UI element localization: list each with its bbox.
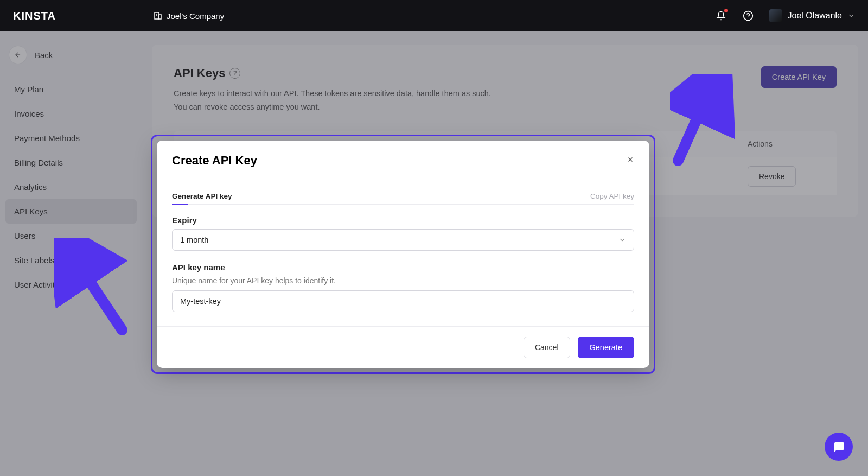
step-progress-track [172, 204, 634, 205]
modal-close-button[interactable] [627, 156, 634, 166]
help-button[interactable] [742, 10, 754, 22]
notifications-button[interactable] [715, 10, 727, 22]
step-generate: Generate API key [172, 192, 232, 200]
api-key-name-label: API key name [172, 263, 634, 272]
expiry-select[interactable]: 1 month [172, 229, 634, 251]
close-icon [627, 156, 634, 163]
company-name: Joel's Company [167, 11, 224, 21]
user-menu[interactable]: Joel Olawanle [769, 9, 856, 22]
user-name: Joel Olawanle [788, 11, 843, 21]
expiry-label: Expiry [172, 215, 634, 225]
chat-icon [832, 440, 845, 453]
company-selector[interactable]: Joel's Company [154, 11, 224, 21]
svg-rect-1 [159, 15, 161, 19]
cancel-button[interactable]: Cancel [524, 337, 570, 358]
logo: KINSTA [13, 10, 56, 22]
top-header: KINSTA Joel's Company Joel Olawanle [0, 0, 868, 31]
intercom-chat-button[interactable] [825, 433, 853, 461]
building-icon [154, 11, 162, 20]
api-key-name-hint: Unique name for your API key helps to id… [172, 276, 634, 285]
svg-line-10 [68, 249, 122, 330]
bell-icon [716, 11, 726, 21]
create-api-key-modal: Create API Key Generate API key Copy API… [157, 141, 649, 368]
annotation-arrow-sidebar [54, 238, 130, 335]
modal-steps: Generate API key Copy API key [172, 192, 634, 200]
generate-button[interactable]: Generate [578, 337, 634, 358]
notification-dot [724, 9, 728, 12]
chevron-down-icon [847, 12, 855, 20]
api-key-name-input[interactable] [172, 290, 634, 312]
svg-line-12 [678, 82, 713, 161]
avatar [769, 9, 782, 22]
step-progress-fill [172, 204, 188, 205]
modal-title: Create API Key [172, 154, 257, 168]
step-copy: Copy API key [590, 192, 634, 200]
annotation-arrow-button [670, 74, 735, 166]
header-right: Joel Olawanle [715, 9, 856, 22]
modal-highlight-border: Create API Key Generate API key Copy API… [151, 135, 655, 374]
help-icon [743, 10, 754, 21]
expiry-value: 1 month [180, 236, 208, 244]
chevron-down-icon [618, 236, 626, 244]
